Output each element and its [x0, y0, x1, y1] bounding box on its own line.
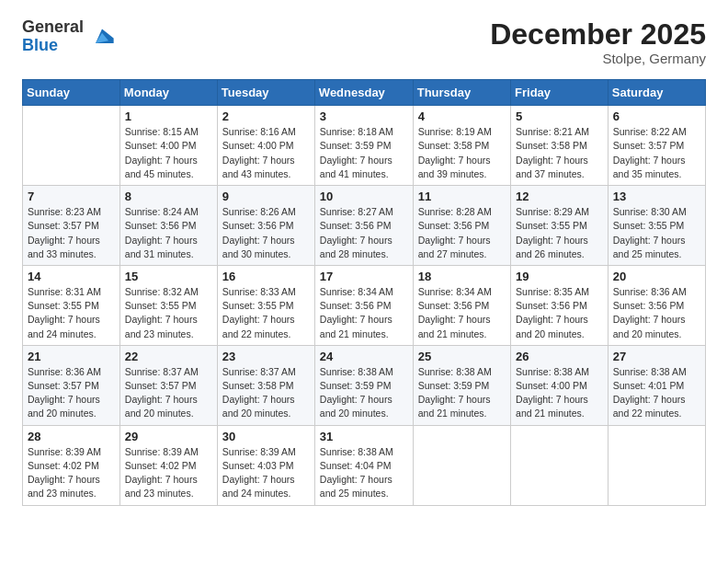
day-info: Sunrise: 8:39 AMSunset: 4:02 PMDaylight:…	[28, 445, 115, 501]
day-number: 7	[28, 190, 115, 203]
day-cell: 11Sunrise: 8:28 AMSunset: 3:56 PMDayligh…	[413, 186, 510, 266]
day-info: Sunrise: 8:34 AMSunset: 3:56 PMDaylight:…	[418, 285, 506, 341]
title-area: December 2025 Stolpe, Germany	[490, 18, 706, 66]
weekday-header-row: SundayMondayTuesdayWednesdayThursdayFrid…	[23, 80, 706, 106]
day-info: Sunrise: 8:29 AMSunset: 3:55 PMDaylight:…	[516, 205, 603, 261]
day-info: Sunrise: 8:39 AMSunset: 4:02 PMDaylight:…	[125, 445, 212, 501]
week-row-2: 7Sunrise: 8:23 AMSunset: 3:57 PMDaylight…	[23, 186, 706, 266]
day-info: Sunrise: 8:23 AMSunset: 3:57 PMDaylight:…	[28, 205, 115, 261]
day-number: 29	[125, 430, 212, 443]
day-cell	[23, 106, 120, 186]
logo-blue: Blue	[22, 37, 84, 55]
weekday-header-saturday: Saturday	[608, 80, 705, 106]
day-cell: 16Sunrise: 8:33 AMSunset: 3:55 PMDayligh…	[217, 265, 314, 345]
day-number: 14	[28, 270, 115, 283]
day-number: 19	[516, 270, 603, 283]
day-number: 20	[613, 270, 700, 283]
day-cell: 24Sunrise: 8:38 AMSunset: 3:59 PMDayligh…	[314, 345, 413, 425]
day-cell: 12Sunrise: 8:29 AMSunset: 3:55 PMDayligh…	[511, 186, 609, 266]
day-number: 13	[613, 190, 700, 203]
day-info: Sunrise: 8:22 AMSunset: 3:57 PMDaylight:…	[613, 125, 700, 181]
day-number: 1	[125, 109, 212, 123]
day-info: Sunrise: 8:38 AMSunset: 4:00 PMDaylight:…	[516, 365, 603, 421]
week-row-3: 14Sunrise: 8:31 AMSunset: 3:55 PMDayligh…	[23, 265, 706, 345]
day-info: Sunrise: 8:38 AMSunset: 3:59 PMDaylight:…	[320, 365, 408, 421]
day-number: 30	[222, 430, 310, 443]
logo: General Blue	[22, 18, 115, 55]
day-info: Sunrise: 8:24 AMSunset: 3:56 PMDaylight:…	[125, 205, 212, 261]
weekday-header-friday: Friday	[511, 80, 609, 106]
day-number: 31	[320, 430, 408, 443]
calendar-table: SundayMondayTuesdayWednesdayThursdayFrid…	[22, 79, 706, 505]
day-cell: 25Sunrise: 8:38 AMSunset: 3:59 PMDayligh…	[413, 345, 510, 425]
day-info: Sunrise: 8:35 AMSunset: 3:56 PMDaylight:…	[516, 285, 603, 341]
day-number: 4	[418, 109, 506, 123]
day-info: Sunrise: 8:26 AMSunset: 3:56 PMDaylight:…	[222, 205, 310, 261]
day-cell: 6Sunrise: 8:22 AMSunset: 3:57 PMDaylight…	[608, 106, 705, 186]
day-cell: 5Sunrise: 8:21 AMSunset: 3:58 PMDaylight…	[511, 106, 609, 186]
day-info: Sunrise: 8:34 AMSunset: 3:56 PMDaylight:…	[320, 285, 408, 341]
day-cell: 13Sunrise: 8:30 AMSunset: 3:55 PMDayligh…	[608, 186, 705, 266]
day-cell	[511, 425, 609, 505]
day-cell: 4Sunrise: 8:19 AMSunset: 3:58 PMDaylight…	[413, 106, 510, 186]
day-cell: 29Sunrise: 8:39 AMSunset: 4:02 PMDayligh…	[119, 425, 217, 505]
location: Stolpe, Germany	[490, 51, 706, 66]
day-cell: 7Sunrise: 8:23 AMSunset: 3:57 PMDaylight…	[23, 186, 120, 266]
day-cell: 8Sunrise: 8:24 AMSunset: 3:56 PMDaylight…	[119, 186, 217, 266]
week-row-1: 1Sunrise: 8:15 AMSunset: 4:00 PMDaylight…	[23, 106, 706, 186]
day-number: 15	[125, 270, 212, 283]
day-number: 8	[125, 190, 212, 203]
day-info: Sunrise: 8:38 AMSunset: 3:59 PMDaylight:…	[418, 365, 506, 421]
day-info: Sunrise: 8:38 AMSunset: 4:01 PMDaylight:…	[613, 365, 700, 421]
day-info: Sunrise: 8:37 AMSunset: 3:57 PMDaylight:…	[125, 365, 212, 421]
day-info: Sunrise: 8:39 AMSunset: 4:03 PMDaylight:…	[222, 445, 310, 501]
day-info: Sunrise: 8:38 AMSunset: 4:04 PMDaylight:…	[320, 445, 408, 501]
day-number: 26	[516, 350, 603, 363]
day-cell: 19Sunrise: 8:35 AMSunset: 3:56 PMDayligh…	[511, 265, 609, 345]
day-number: 6	[613, 109, 700, 123]
page-header: General Blue December 2025 Stolpe, Germa…	[22, 18, 706, 66]
day-cell: 9Sunrise: 8:26 AMSunset: 3:56 PMDaylight…	[217, 186, 314, 266]
day-cell: 23Sunrise: 8:37 AMSunset: 3:58 PMDayligh…	[217, 345, 314, 425]
day-number: 23	[222, 350, 310, 363]
logo-icon	[89, 24, 115, 50]
day-cell: 10Sunrise: 8:27 AMSunset: 3:56 PMDayligh…	[314, 186, 413, 266]
day-info: Sunrise: 8:27 AMSunset: 3:56 PMDaylight:…	[320, 205, 408, 261]
weekday-header-monday: Monday	[119, 80, 217, 106]
day-info: Sunrise: 8:33 AMSunset: 3:55 PMDaylight:…	[222, 285, 310, 341]
day-info: Sunrise: 8:21 AMSunset: 3:58 PMDaylight:…	[516, 125, 603, 181]
day-number: 16	[222, 270, 310, 283]
day-number: 12	[516, 190, 603, 203]
day-cell: 1Sunrise: 8:15 AMSunset: 4:00 PMDaylight…	[119, 106, 217, 186]
day-cell: 30Sunrise: 8:39 AMSunset: 4:03 PMDayligh…	[217, 425, 314, 505]
day-info: Sunrise: 8:18 AMSunset: 3:59 PMDaylight:…	[320, 125, 408, 181]
day-number: 3	[320, 109, 408, 123]
day-number: 28	[28, 430, 115, 443]
day-cell: 18Sunrise: 8:34 AMSunset: 3:56 PMDayligh…	[413, 265, 510, 345]
day-cell: 2Sunrise: 8:16 AMSunset: 4:00 PMDaylight…	[217, 106, 314, 186]
day-cell: 15Sunrise: 8:32 AMSunset: 3:55 PMDayligh…	[119, 265, 217, 345]
day-number: 25	[418, 350, 506, 363]
day-number: 5	[516, 109, 603, 123]
day-cell: 17Sunrise: 8:34 AMSunset: 3:56 PMDayligh…	[314, 265, 413, 345]
day-info: Sunrise: 8:19 AMSunset: 3:58 PMDaylight:…	[418, 125, 506, 181]
day-info: Sunrise: 8:28 AMSunset: 3:56 PMDaylight:…	[418, 205, 506, 261]
day-info: Sunrise: 8:36 AMSunset: 3:56 PMDaylight:…	[613, 285, 700, 341]
logo-general: General	[22, 18, 84, 37]
day-cell: 3Sunrise: 8:18 AMSunset: 3:59 PMDaylight…	[314, 106, 413, 186]
day-cell: 20Sunrise: 8:36 AMSunset: 3:56 PMDayligh…	[608, 265, 705, 345]
week-row-4: 21Sunrise: 8:36 AMSunset: 3:57 PMDayligh…	[23, 345, 706, 425]
weekday-header-wednesday: Wednesday	[314, 80, 413, 106]
day-number: 24	[320, 350, 408, 363]
week-row-5: 28Sunrise: 8:39 AMSunset: 4:02 PMDayligh…	[23, 425, 706, 505]
month-title: December 2025	[490, 18, 706, 51]
day-cell: 21Sunrise: 8:36 AMSunset: 3:57 PMDayligh…	[23, 345, 120, 425]
day-cell: 22Sunrise: 8:37 AMSunset: 3:57 PMDayligh…	[119, 345, 217, 425]
day-info: Sunrise: 8:15 AMSunset: 4:00 PMDaylight:…	[125, 125, 212, 181]
day-info: Sunrise: 8:31 AMSunset: 3:55 PMDaylight:…	[28, 285, 115, 341]
weekday-header-sunday: Sunday	[23, 80, 120, 106]
day-cell	[608, 425, 705, 505]
day-number: 2	[222, 109, 310, 123]
weekday-header-tuesday: Tuesday	[217, 80, 314, 106]
day-info: Sunrise: 8:30 AMSunset: 3:55 PMDaylight:…	[613, 205, 700, 261]
